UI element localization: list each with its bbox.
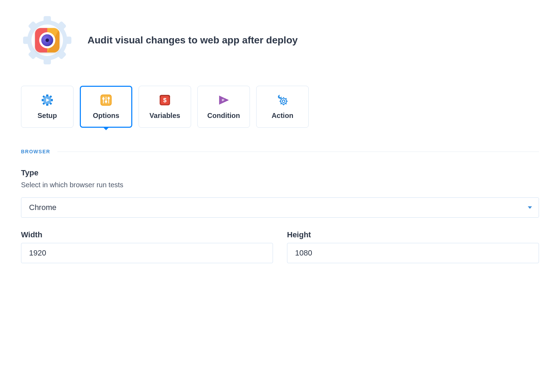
field-description: Select in which browser run tests xyxy=(21,181,539,189)
field-label: Width xyxy=(21,230,273,239)
divider xyxy=(57,152,539,152)
page-title: Audit visual changes to web app after de… xyxy=(88,35,298,46)
tab-condition[interactable]: IF Condition xyxy=(197,86,250,128)
svg-line-43 xyxy=(286,98,287,99)
svg-text:IF: IF xyxy=(222,98,225,102)
field-width: Width xyxy=(21,230,273,263)
tab-label: Setup xyxy=(37,112,57,120)
gear-wrench-icon xyxy=(276,94,288,106)
svg-text:$: $ xyxy=(163,97,167,104)
field-label: Height xyxy=(287,230,539,239)
tab-label: Variables xyxy=(149,112,180,120)
app-logo-icon xyxy=(35,28,59,52)
select-value: Chrome xyxy=(29,203,56,212)
tab-bar: Setup Options $ xyxy=(21,86,539,128)
field-label: Type xyxy=(21,168,539,177)
gear-play-icon xyxy=(41,94,53,106)
tab-setup[interactable]: Setup xyxy=(21,86,74,128)
svg-rect-11 xyxy=(46,94,48,96)
tab-variables[interactable]: $ Variables xyxy=(139,86,191,128)
svg-point-26 xyxy=(105,100,107,103)
width-input[interactable] xyxy=(21,243,273,263)
tab-label: Condition xyxy=(207,112,240,120)
app-badge xyxy=(21,14,74,66)
svg-rect-2 xyxy=(44,57,51,64)
svg-point-27 xyxy=(107,97,110,99)
svg-line-42 xyxy=(286,103,287,104)
svg-point-35 xyxy=(281,98,287,104)
svg-point-36 xyxy=(282,100,285,102)
section-heading-text: BROWSER xyxy=(21,149,50,154)
height-input[interactable] xyxy=(287,243,539,263)
chevron-down-icon xyxy=(528,206,532,209)
svg-rect-12 xyxy=(46,104,48,105)
svg-line-44 xyxy=(281,103,281,104)
svg-rect-4 xyxy=(64,37,71,44)
field-height: Height xyxy=(287,230,539,263)
sliders-icon xyxy=(100,94,112,106)
tab-options[interactable]: Options xyxy=(80,86,132,128)
svg-rect-3 xyxy=(23,37,30,44)
tab-action[interactable]: Action xyxy=(256,86,309,128)
if-play-icon: IF xyxy=(218,94,230,106)
dimensions-row: Width Height xyxy=(21,230,539,263)
svg-point-25 xyxy=(102,97,104,99)
tab-label: Action xyxy=(272,112,293,120)
svg-rect-1 xyxy=(44,16,51,23)
tab-label: Options xyxy=(93,112,119,120)
svg-rect-13 xyxy=(42,99,43,101)
field-type: Type Select in which browser run tests C… xyxy=(21,168,539,218)
svg-rect-14 xyxy=(51,99,53,101)
browser-type-select[interactable]: Chrome xyxy=(21,197,539,218)
page-header: Audit visual changes to web app after de… xyxy=(21,14,539,66)
section-heading-browser: BROWSER xyxy=(21,149,539,154)
dollar-box-icon: $ xyxy=(159,94,171,106)
